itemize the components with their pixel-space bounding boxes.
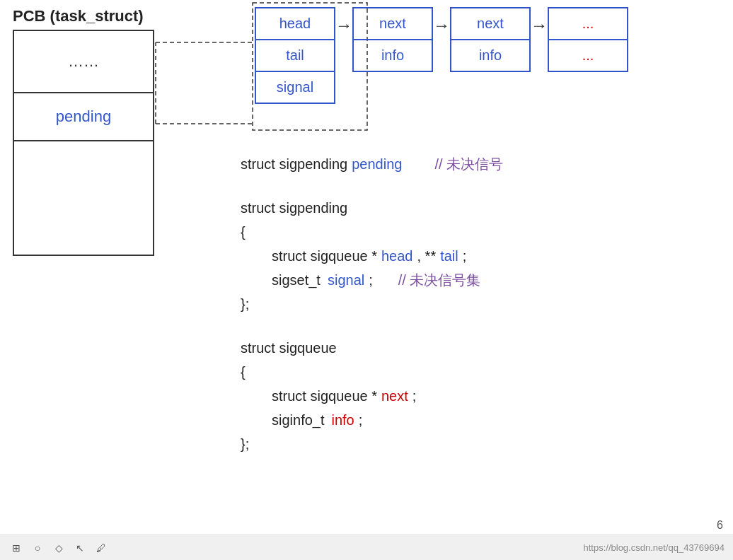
head-cell-signal: signal: [256, 72, 334, 103]
node2-cell-next: next: [451, 8, 529, 40]
head-node: head tail signal: [255, 7, 335, 104]
node2-cell-info: info: [451, 40, 529, 71]
code-tail-label: tail: [440, 244, 458, 268]
code-siginfo: siginfo_t: [272, 408, 325, 432]
head-cell-head: head: [256, 8, 334, 40]
code-brace-close-2: };: [241, 432, 249, 456]
code-semi-11: ;: [412, 384, 417, 408]
page-number: 6: [717, 519, 723, 532]
list-node-2: next info: [450, 7, 531, 72]
code-brace-close-1: };: [241, 292, 249, 316]
arrow-3: →: [531, 7, 548, 35]
code-line-3: struct sigpending: [241, 196, 503, 220]
icon-3[interactable]: ◇: [51, 540, 67, 556]
code-signal-label: signal: [328, 268, 364, 292]
list-node-dots: ... ...: [548, 7, 628, 72]
pcb-row-pending: pending: [14, 93, 153, 141]
code-kw-5: struct sigqueue *: [272, 244, 377, 268]
code-kw-3: struct sigpending: [241, 196, 347, 220]
node1-cell-info: info: [354, 40, 432, 71]
code-comment-1: // 未决信号: [434, 152, 503, 176]
code-kw-1: struct sigpending: [241, 152, 347, 176]
code-line-4: {: [241, 220, 503, 244]
code-head-label: head: [381, 244, 413, 268]
dots-cell-2: ...: [549, 40, 627, 71]
code-info-label: info: [332, 408, 354, 432]
code-comma: , **: [417, 244, 436, 268]
code-semi-5: ;: [463, 244, 467, 268]
pcb-title: PCB (task_struct): [13, 7, 154, 25]
code-semi-12: ;: [359, 408, 363, 432]
list-node-1: next info: [352, 7, 433, 72]
icon-5[interactable]: 🖊: [93, 540, 109, 556]
pcb-row-empty: [14, 141, 153, 255]
code-comment-2: // 未决信号集: [398, 268, 481, 292]
code-line-10: {: [241, 360, 503, 384]
bottom-icons: ⊞ ○ ◇ ↖ 🖊: [8, 540, 109, 556]
code-brace-open: {: [241, 220, 246, 244]
code-pending-label: pending: [352, 152, 402, 176]
code-kw-11: struct sigqueue *: [272, 384, 377, 408]
code-next-label: next: [381, 384, 408, 408]
arrow-1: →: [335, 7, 352, 35]
code-line-5: struct sigqueue *head, **tail;: [272, 244, 503, 268]
footer-url: https://blog.csdn.net/qq_43769694: [584, 542, 725, 553]
icon-4[interactable]: ↖: [72, 540, 88, 556]
code-line-9: struct sigqueue: [241, 336, 503, 360]
pcb-row-dots: ……: [14, 31, 153, 93]
icon-2[interactable]: ○: [30, 540, 45, 556]
bottom-bar: ⊞ ○ ◇ ↖ 🖊 https://blog.csdn.net/qq_43769…: [0, 535, 733, 560]
head-cell-tail: tail: [256, 40, 334, 72]
code-line-13: };: [241, 432, 503, 456]
code-brace-open-2: {: [241, 360, 246, 384]
icon-1[interactable]: ⊞: [8, 540, 24, 556]
code-line-1: struct sigpending pending // 未决信号: [241, 152, 503, 176]
code-area: struct sigpending pending // 未决信号 struct…: [241, 152, 503, 456]
code-semi-6: ;: [369, 268, 373, 292]
code-line-7: };: [241, 292, 503, 316]
arrow-2: →: [433, 7, 450, 35]
node1-cell-next: next: [354, 8, 432, 40]
pcb-container: PCB (task_struct) …… pending: [13, 7, 154, 256]
code-line-6: sigset_t signal; // 未决信号集: [272, 268, 503, 292]
code-line-12: siginfo_t info;: [272, 408, 503, 432]
code-sigset: sigset_t: [272, 268, 321, 292]
code-line-11: struct sigqueue *next;: [272, 384, 503, 408]
linked-list: head tail signal → next info → next info…: [255, 7, 628, 104]
code-kw-9: struct sigqueue: [241, 336, 337, 360]
pcb-box: …… pending: [13, 30, 154, 256]
dots-cell-1: ...: [549, 8, 627, 40]
